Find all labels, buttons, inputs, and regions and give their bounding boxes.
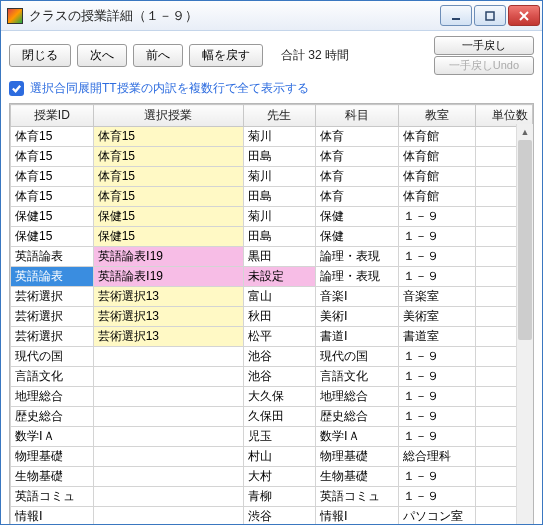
table-cell[interactable]: 村山 [243, 447, 315, 467]
table-cell[interactable]: 情報Ⅰ [315, 507, 398, 526]
table-cell[interactable]: 田島 [243, 147, 315, 167]
undo-sub-button[interactable]: 一手戻しUndo [434, 56, 534, 75]
table-row[interactable]: 地理総合大久保地理総合１－９2 [11, 387, 533, 407]
table-cell[interactable]: 生物基礎 [11, 467, 94, 487]
table-cell[interactable]: 体育15 [11, 147, 94, 167]
table-cell[interactable]: 大村 [243, 467, 315, 487]
table-cell[interactable]: 保健15 [93, 227, 243, 247]
table-cell[interactable]: 保健15 [93, 207, 243, 227]
table-cell[interactable]: 現代の国 [11, 347, 94, 367]
table-row[interactable]: 英語論表英語論表Ⅰ19黒田論理・表現１－９1 [11, 247, 533, 267]
table-cell[interactable]: 田島 [243, 187, 315, 207]
table-cell[interactable]: 未設定 [243, 267, 315, 287]
table-cell[interactable]: 物理基礎 [11, 447, 94, 467]
table-row[interactable]: 芸術選択芸術選択13秋田美術Ⅰ美術室2 [11, 307, 533, 327]
table-cell[interactable]: 松平 [243, 327, 315, 347]
table-row[interactable]: 体育15体育15菊川体育体育館2 [11, 127, 533, 147]
table-cell[interactable]: 歴史総合 [315, 407, 398, 427]
table-row[interactable]: 芸術選択芸術選択13富山音楽Ⅰ音楽室2 [11, 287, 533, 307]
table-row[interactable]: 現代の国池谷現代の国１－９2 [11, 347, 533, 367]
table-cell[interactable]: １－９ [398, 387, 476, 407]
table-cell[interactable]: 保健 [315, 207, 398, 227]
table-cell[interactable]: １－９ [398, 467, 476, 487]
table-cell[interactable]: 秋田 [243, 307, 315, 327]
table-cell[interactable]: １－９ [398, 267, 476, 287]
table-cell[interactable]: 書道室 [398, 327, 476, 347]
table-cell[interactable]: 体育15 [11, 167, 94, 187]
table-cell[interactable]: 芸術選択 [11, 287, 94, 307]
close-window-button[interactable] [508, 5, 540, 26]
table-row[interactable]: 情報Ⅰ渋谷情報Ⅰパソコン室2 [11, 507, 533, 526]
next-button[interactable]: 次へ [77, 44, 127, 67]
table-cell[interactable]: 保健15 [11, 227, 94, 247]
table-cell[interactable]: 体育15 [93, 167, 243, 187]
maximize-button[interactable] [474, 5, 506, 26]
table-cell[interactable]: 地理総合 [11, 387, 94, 407]
table-cell[interactable]: 田島 [243, 227, 315, 247]
table-row[interactable]: 体育15体育15菊川体育体育館2 [11, 167, 533, 187]
table-cell[interactable]: 数学ⅠＡ [11, 427, 94, 447]
table-cell[interactable]: 芸術選択13 [93, 307, 243, 327]
table-cell[interactable]: 池谷 [243, 347, 315, 367]
table-cell[interactable]: 体育 [315, 127, 398, 147]
header-subject[interactable]: 科目 [315, 105, 398, 127]
table-cell[interactable]: 生物基礎 [315, 467, 398, 487]
scroll-thumb[interactable] [518, 140, 532, 340]
vertical-scrollbar[interactable]: ▲ ▼ [516, 124, 533, 525]
table-cell[interactable]: 体育15 [11, 127, 94, 147]
close-button[interactable]: 閉じる [9, 44, 71, 67]
table-cell[interactable]: 英語論表 [11, 267, 94, 287]
table-row[interactable]: 物理基礎村山物理基礎総合理科2 [11, 447, 533, 467]
table-cell[interactable]: １－９ [398, 227, 476, 247]
table-cell[interactable]: 論理・表現 [315, 247, 398, 267]
table-cell[interactable]: 芸術選択13 [93, 327, 243, 347]
table-cell[interactable]: １－９ [398, 407, 476, 427]
table-cell[interactable] [93, 347, 243, 367]
table-cell[interactable]: 情報Ⅰ [11, 507, 94, 526]
table-cell[interactable]: 英語コミュ [315, 487, 398, 507]
table-cell[interactable]: 菊川 [243, 207, 315, 227]
table-cell[interactable]: 音楽室 [398, 287, 476, 307]
table-cell[interactable]: 児玉 [243, 427, 315, 447]
header-id[interactable]: 授業ID [11, 105, 94, 127]
table-row[interactable]: 歴史総合久保田歴史総合１－９2 [11, 407, 533, 427]
table-cell[interactable]: 論理・表現 [315, 267, 398, 287]
table-row[interactable]: 英語論表英語論表Ⅰ19未設定論理・表現１－９1 [11, 267, 533, 287]
minimize-button[interactable] [440, 5, 472, 26]
table-cell[interactable]: 体育15 [93, 187, 243, 207]
table-cell[interactable]: 青柳 [243, 487, 315, 507]
table-cell[interactable]: 体育館 [398, 187, 476, 207]
table-cell[interactable]: １－９ [398, 247, 476, 267]
table-cell[interactable] [93, 467, 243, 487]
table-cell[interactable]: 英語論表 [11, 247, 94, 267]
scroll-up-icon[interactable]: ▲ [517, 124, 533, 140]
table-cell[interactable]: １－９ [398, 347, 476, 367]
table-row[interactable]: 芸術選択芸術選択13松平書道Ⅰ書道室2 [11, 327, 533, 347]
table-cell[interactable]: 体育15 [93, 147, 243, 167]
table-cell[interactable]: 芸術選択13 [93, 287, 243, 307]
table-cell[interactable]: 体育館 [398, 167, 476, 187]
table-row[interactable]: 体育15体育15田島体育体育館2 [11, 147, 533, 167]
table-cell[interactable] [93, 507, 243, 526]
table-cell[interactable]: 体育館 [398, 147, 476, 167]
table-cell[interactable] [93, 387, 243, 407]
header-room[interactable]: 教室 [398, 105, 476, 127]
table-cell[interactable]: 物理基礎 [315, 447, 398, 467]
reset-width-button[interactable]: 幅を戻す [189, 44, 263, 67]
table-cell[interactable]: 英語論表Ⅰ19 [93, 247, 243, 267]
table-cell[interactable]: 総合理科 [398, 447, 476, 467]
table-cell[interactable]: 歴史総合 [11, 407, 94, 427]
table-cell[interactable]: 地理総合 [315, 387, 398, 407]
table-cell[interactable]: 黒田 [243, 247, 315, 267]
table-row[interactable]: 保健15保健15菊川保健１－９1 [11, 207, 533, 227]
table-row[interactable]: 体育15体育15田島体育体育館2 [11, 187, 533, 207]
table-cell[interactable]: 保健15 [11, 207, 94, 227]
table-cell[interactable]: 美術室 [398, 307, 476, 327]
table-cell[interactable]: パソコン室 [398, 507, 476, 526]
table-row[interactable]: 数学ⅠＡ児玉数学ⅠＡ１－９2 [11, 427, 533, 447]
table-cell[interactable]: 富山 [243, 287, 315, 307]
table-cell[interactable]: 芸術選択 [11, 327, 94, 347]
multiline-checkbox[interactable] [9, 81, 24, 96]
table-cell[interactable]: 池谷 [243, 367, 315, 387]
table-cell[interactable]: 音楽Ⅰ [315, 287, 398, 307]
